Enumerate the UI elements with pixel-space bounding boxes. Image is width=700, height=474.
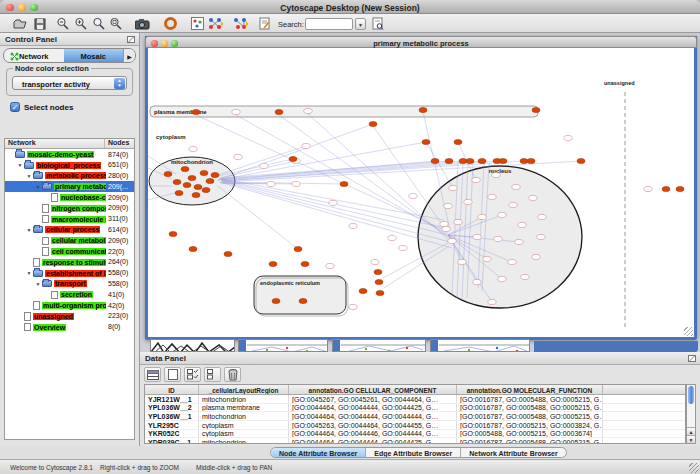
tree-row[interactable]: multi-organism proces42(0) <box>5 300 134 311</box>
table-row[interactable]: YLR295Ccytoplasm[GO:0045263, GO:0044464,… <box>145 421 685 430</box>
network-node[interactable] <box>644 186 652 191</box>
tree-col-nodes[interactable]: Nodes <box>105 139 134 148</box>
zoom-selected-icon[interactable] <box>107 16 123 31</box>
network-node-selected-color[interactable] <box>189 246 197 251</box>
layout-2-icon[interactable] <box>233 16 249 31</box>
network-node[interactable] <box>492 172 500 177</box>
tab-edge-attribute-browser[interactable]: Edge Attribute Browser <box>366 448 461 457</box>
tree-row[interactable]: unassigned223(0) <box>5 311 134 322</box>
network-node[interactable] <box>399 245 407 250</box>
network-node-selected-color[interactable] <box>376 290 384 295</box>
delete-attribute-icon[interactable] <box>224 367 241 382</box>
network-node-selected-color[interactable] <box>275 109 283 114</box>
zoom-fit-icon[interactable] <box>90 16 106 31</box>
window-resize-grip[interactable] <box>689 463 699 473</box>
network-node-selected-color[interactable] <box>269 261 277 266</box>
network-node[interactable] <box>444 203 452 208</box>
table-scrollbar[interactable]: ▲ ▼ <box>686 384 696 444</box>
network-node-selected-color[interactable] <box>169 231 177 236</box>
frame-close-icon[interactable] <box>151 40 158 47</box>
network-node[interactable] <box>483 256 491 261</box>
network-node[interactable] <box>458 259 466 264</box>
tree-row[interactable]: secretion41(0) <box>5 289 134 300</box>
network-node[interactable] <box>521 274 529 279</box>
save-icon[interactable] <box>32 16 48 31</box>
snapshot-camera-icon[interactable] <box>134 16 150 31</box>
network-node-selected-color[interactable] <box>359 288 367 293</box>
zoom-out-icon[interactable] <box>54 16 70 31</box>
network-node-selected-color[interactable] <box>192 109 200 114</box>
network-node[interactable] <box>304 108 312 113</box>
tree-row[interactable]: nitrogen compound me209(0) <box>5 203 134 214</box>
network-node-selected-color[interactable] <box>192 192 200 197</box>
network-frame[interactable]: primary metabolic process plasma membran… <box>145 36 697 340</box>
network-node[interactable] <box>440 221 448 226</box>
column-header[interactable]: annotation.GO MOLECULAR_FUNCTION <box>457 385 603 394</box>
expand-arrow-icon[interactable]: ▼ <box>16 162 24 168</box>
tree-row[interactable]: ▼cellular process614(0) <box>5 225 134 236</box>
network-node[interactable] <box>292 181 300 186</box>
tree-col-network[interactable]: Network <box>5 139 105 148</box>
scroll-down-icon[interactable]: ▼ <box>687 435 695 443</box>
tree-row[interactable]: response to stimulus264(0) <box>5 257 134 268</box>
network-node-selected-color[interactable] <box>375 279 383 284</box>
network-node[interactable] <box>488 299 496 304</box>
network-node[interactable] <box>449 185 457 190</box>
network-node-selected-color[interactable] <box>499 158 507 163</box>
network-node[interactable] <box>267 181 275 186</box>
network-node-selected-color[interactable] <box>181 166 189 171</box>
open-folder-icon[interactable] <box>12 16 28 31</box>
zoom-in-icon[interactable] <box>72 16 88 31</box>
help-ring-icon[interactable] <box>162 16 178 31</box>
table-row[interactable]: YJR121W__1mitochondrion[GO:0045267, GO:0… <box>145 395 685 404</box>
network-node-selected-color[interactable] <box>206 178 214 183</box>
network-node[interactable] <box>498 212 506 217</box>
network-node[interactable] <box>409 193 417 198</box>
network-node-selected-color[interactable] <box>466 158 474 163</box>
network-node[interactable] <box>464 199 472 204</box>
network-node[interactable] <box>329 200 337 205</box>
network-node[interactable] <box>508 259 516 264</box>
network-node[interactable] <box>302 143 310 148</box>
network-node-selected-color[interactable] <box>164 171 172 176</box>
network-node-selected-color[interactable] <box>188 175 196 180</box>
network-node[interactable] <box>518 222 526 227</box>
float-panel-icon[interactable] <box>127 36 135 43</box>
network-node-selected-color[interactable] <box>527 158 535 163</box>
column-header[interactable]: annotation.GO CELLULAR_COMPONENT <box>289 385 457 394</box>
node-color-dropdown[interactable]: transporter activity ▲▼ <box>12 76 127 90</box>
network-node-selected-color[interactable] <box>340 181 348 186</box>
network-node-selected-color[interactable] <box>301 261 309 266</box>
select-attributes-icon[interactable] <box>184 367 201 382</box>
network-node[interactable] <box>498 276 506 281</box>
background-window[interactable] <box>332 339 426 352</box>
tree-row[interactable]: mosaic-demo-yeast874(0) <box>5 149 134 160</box>
new-attribute-icon[interactable] <box>164 367 181 382</box>
network-node-selected-color[interactable] <box>299 298 307 303</box>
network-node-selected-color[interactable] <box>374 269 382 274</box>
annotation-icon[interactable] <box>257 16 273 31</box>
network-node[interactable] <box>388 235 396 240</box>
table-row[interactable]: YKR052Ccytoplasm[GO:0044464, GO:0044446,… <box>145 430 685 439</box>
table-row[interactable]: YDR039C__1mitochondrion[GO:0044464, GO:0… <box>145 438 685 444</box>
network-node-selected-color[interactable] <box>224 251 232 256</box>
network-node[interactable] <box>532 254 540 259</box>
vizmapper-icon[interactable] <box>189 16 205 31</box>
network-node-selected-color[interactable] <box>454 139 462 144</box>
tab-node-attribute-browser[interactable]: Node Attribute Browser <box>271 448 366 457</box>
network-node-selected-color[interactable] <box>183 182 191 187</box>
network-node-selected-color[interactable] <box>194 184 202 189</box>
scroll-up-icon[interactable]: ▲ <box>687 427 695 435</box>
network-node[interactable] <box>189 146 197 151</box>
network-node-selected-color[interactable] <box>289 156 297 161</box>
frame-resize-grip[interactable] <box>684 327 693 336</box>
network-node[interactable] <box>473 234 481 239</box>
network-node-selected-color[interactable] <box>200 170 208 175</box>
network-node-selected-color[interactable] <box>532 107 540 112</box>
scrollbar-thumb[interactable] <box>688 386 694 404</box>
column-header[interactable]: ID <box>145 385 199 394</box>
tree-row[interactable]: ▼biological_process651(0) <box>5 160 134 171</box>
network-node[interactable] <box>529 195 537 200</box>
tab-network[interactable]: Network <box>4 49 64 62</box>
network-node[interactable] <box>260 163 268 168</box>
